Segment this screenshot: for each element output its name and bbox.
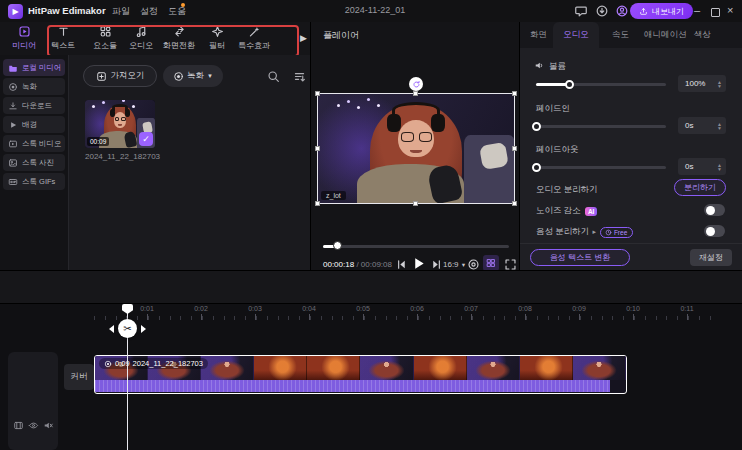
close-button[interactable]: × (727, 4, 733, 17)
video-canvas[interactable]: z_lot (317, 93, 515, 204)
timeline-toolbar: ✂ 분리하기 (0, 270, 742, 304)
sidebar-item-stock-video[interactable]: 스톡 비디오 (3, 135, 65, 152)
sidebar-item-local-media[interactable]: 로컬 미디어 (3, 59, 65, 76)
selection-handle[interactable] (315, 201, 320, 206)
volume-slider-handle[interactable] (565, 80, 574, 89)
ribbon-tab-text[interactable]: 텍스트 (41, 25, 85, 54)
stepper-arrows[interactable]: ▲▼ (717, 163, 722, 171)
minimize-button[interactable]: – (694, 4, 700, 17)
voice-separate-toggle[interactable] (704, 225, 725, 237)
selection-handle[interactable] (413, 91, 418, 96)
titlebar: ▶ HitPaw Edimakor 파일 설정 도움 2024-11-22_01… (0, 0, 742, 23)
separate-button[interactable]: 분리하기 (674, 179, 726, 196)
tab-animation[interactable]: 애니메이션 (644, 29, 687, 41)
rotate-handle[interactable] (409, 77, 423, 91)
clip-frame-streamer (573, 356, 626, 380)
ruler-tick (363, 314, 364, 320)
selection-handle[interactable] (512, 91, 517, 96)
ruler-label: 0:06 (410, 305, 424, 312)
ruler-minor-ticks (94, 316, 716, 320)
cover-button[interactable]: 커버 (64, 364, 94, 390)
noise-reduction-toggle[interactable] (704, 204, 725, 216)
play-button[interactable] (411, 256, 426, 271)
sidebar-item-stock-photo[interactable]: 스톡 사진 (3, 154, 65, 171)
feedback-icon[interactable] (574, 4, 588, 18)
playhead-right-arrow[interactable] (141, 325, 146, 333)
playhead-split-button[interactable]: ✂ (118, 319, 137, 338)
sidebar-item-record[interactable]: 녹화 (3, 78, 65, 95)
track-eye-icon[interactable] (28, 420, 39, 431)
ruler-tick (525, 314, 526, 320)
menu-settings[interactable]: 설정 (140, 5, 158, 18)
sort-icon[interactable] (293, 70, 306, 83)
export-button[interactable]: 내보내기 (630, 3, 693, 19)
player-seekbar-handle[interactable] (333, 241, 342, 250)
fade-in-value-box[interactable]: 0s ▲▼ (678, 117, 726, 134)
track-film-icon[interactable] (13, 420, 24, 431)
search-icon[interactable] (267, 70, 280, 83)
speech-to-text-button[interactable]: 음성 텍스트 변환 (530, 249, 630, 266)
clip-frame-game (254, 356, 307, 380)
ruler-tick (255, 314, 256, 320)
selection-handle[interactable] (413, 201, 418, 206)
player-panel: 플레이어 z_lot 00:00:18 / 00:09:08 (310, 22, 520, 270)
magic-wand-icon (248, 25, 261, 38)
divider (520, 243, 742, 244)
sidebar-item-background[interactable]: 배경 (3, 116, 65, 133)
volume-label: 볼륨 (549, 61, 566, 73)
sidebar-item-stock-gifs[interactable]: 스톡 GIFs (3, 173, 65, 190)
fade-in-label: 페이드인 (536, 103, 570, 115)
clock-icon (605, 229, 612, 236)
fade-in-slider[interactable] (536, 125, 666, 128)
stepper-arrows[interactable]: ▲▼ (717, 122, 722, 130)
ribbon-tab-media[interactable]: 미디어 (2, 25, 46, 54)
account-icon[interactable] (615, 4, 629, 18)
import-button[interactable]: 가져오기 (83, 65, 157, 87)
ruler-label: 0:04 (302, 305, 316, 312)
menu-file[interactable]: 파일 (112, 5, 130, 18)
player-seekbar[interactable] (323, 245, 509, 248)
download-icon[interactable] (595, 4, 609, 18)
timeline-clip[interactable]: 0:09 2024_11_22_182703 (94, 355, 627, 394)
media-sidebar: 로컬 미디어 녹화 다운로드 배경 스톡 비디오 스톡 사진 스톡 GIFs (0, 55, 68, 270)
clip-audio-waveform (95, 380, 610, 392)
grid-toggle-button[interactable] (483, 255, 499, 271)
stepper-arrows[interactable]: ▲▼ (717, 80, 722, 88)
fade-out-slider-handle[interactable] (532, 163, 541, 172)
record-button[interactable]: 녹화 ▼ (163, 65, 223, 87)
audio-separate-label: 오디오 분리하기 (536, 184, 598, 196)
media-clip-thumbnail[interactable]: 00:09 ✓ (85, 100, 155, 148)
tab-audio[interactable]: 오디오 (553, 22, 599, 48)
clip-frame-game (520, 356, 573, 380)
play-icon (8, 120, 18, 130)
volume-value-box[interactable]: 100% ▲▼ (678, 75, 726, 92)
maximize-button[interactable] (711, 8, 720, 17)
selection-handle[interactable] (512, 201, 517, 206)
selection-handle[interactable] (315, 146, 320, 151)
fade-out-value-box[interactable]: 0s ▲▼ (678, 158, 726, 175)
stock-video-icon (8, 139, 18, 149)
selection-handle[interactable] (315, 91, 320, 96)
aspect-ratio-selector[interactable]: 16:9 ▼ (443, 260, 466, 269)
timeline-ruler[interactable]: 0:010:020:030:040:050:060:070:080:090:10… (0, 304, 742, 320)
ruler-label: 0:09 (572, 305, 586, 312)
fade-in-slider-handle[interactable] (532, 122, 541, 131)
track-mute-icon[interactable] (43, 420, 54, 431)
tab-screen[interactable]: 화면 (530, 29, 547, 41)
ruler-label: 0:11 (680, 305, 693, 312)
clip-frame-streamer (360, 356, 413, 380)
reset-button[interactable]: 재설정 (690, 249, 732, 266)
ruler-tick (309, 314, 310, 320)
ribbon-expand-arrow[interactable]: ▶ (300, 33, 307, 43)
selection-handle[interactable] (512, 146, 517, 151)
sidebar-item-download[interactable]: 다운로드 (3, 97, 65, 114)
fade-out-slider[interactable] (536, 166, 666, 169)
ai-badge: AI (585, 207, 598, 216)
tab-color[interactable]: 색상 (694, 29, 711, 41)
ribbon-tab-effects[interactable]: 특수효과 (232, 25, 276, 54)
track-header (8, 352, 58, 450)
playhead-left-arrow[interactable] (109, 325, 114, 333)
tab-speed[interactable]: 속도 (612, 29, 629, 41)
clip-frame-streamer (201, 356, 254, 380)
photo-icon (8, 158, 18, 168)
